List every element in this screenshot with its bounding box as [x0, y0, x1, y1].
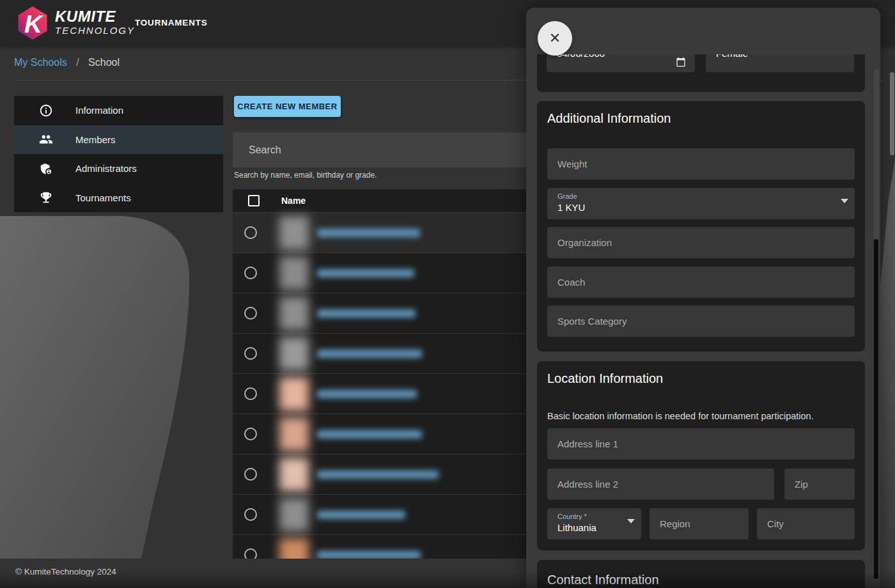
member-select-radio[interactable] — [244, 387, 257, 400]
member-avatar — [279, 297, 309, 330]
breadcrumb-current: School — [88, 57, 120, 68]
sidebar-label: Information — [75, 105, 123, 116]
drawer-scrollbar-thumb[interactable] — [874, 239, 878, 579]
zip-input[interactable] — [784, 468, 855, 500]
calendar-icon[interactable] — [676, 57, 686, 67]
country-select[interactable]: Country * Lithuania — [547, 508, 641, 539]
sidebar-item-tournaments[interactable]: Tournaments — [14, 183, 223, 213]
chevron-down-icon — [627, 519, 635, 523]
member-name-link[interactable] — [317, 430, 422, 438]
sidebar-item-information[interactable]: Information — [14, 96, 223, 125]
personal-info-card-partial: 04/06/2000 Female — [537, 54, 865, 92]
sidebar-item-administrators[interactable]: Administrators — [14, 154, 223, 183]
members-icon — [39, 132, 53, 146]
member-name-link[interactable] — [317, 511, 405, 519]
location-information-card: Location Information Basic location info… — [537, 361, 865, 550]
sidebar-item-members[interactable]: Members — [14, 125, 223, 155]
left-background-shape — [0, 211, 205, 561]
additional-information-card: Additional Information Grade 1 KYU — [537, 101, 865, 352]
date-of-birth-value: 04/06/2000 — [557, 54, 605, 59]
member-select-radio[interactable] — [244, 347, 257, 360]
location-description: Basic location information is needed for… — [547, 411, 814, 421]
city-input[interactable] — [757, 508, 855, 539]
copyright-text: © KumiteTechnology 2024 — [15, 567, 116, 576]
country-value: Lithuania — [557, 522, 596, 533]
member-avatar — [279, 216, 309, 250]
create-new-member-button[interactable]: CREATE NEW MEMBER — [234, 96, 341, 117]
address-line-1-input[interactable] — [547, 428, 855, 460]
sidebar-label: Tournaments — [75, 192, 131, 203]
grade-value: 1 KYU — [557, 202, 585, 213]
close-drawer-button[interactable]: ✕ — [538, 21, 572, 56]
info-icon — [39, 104, 53, 118]
member-select-radio[interactable] — [244, 267, 257, 279]
contact-information-card: Contact Information — [537, 560, 865, 588]
brand-line1: KUMITE — [55, 8, 135, 25]
grade-select[interactable]: Grade 1 KYU — [547, 188, 855, 219]
member-name-link[interactable] — [317, 269, 414, 277]
member-name-link[interactable] — [317, 350, 422, 358]
member-select-radio[interactable] — [244, 307, 257, 320]
date-of-birth-field[interactable]: 04/06/2000 — [547, 54, 695, 72]
member-select-radio[interactable] — [244, 226, 257, 239]
kumite-logo-icon[interactable]: K — [15, 6, 50, 40]
member-edit-drawer: ✕ 04/06/2000 Female Additional Informati… — [526, 8, 880, 588]
country-label: Country * — [557, 513, 587, 520]
chevron-down-icon — [841, 199, 848, 203]
member-avatar — [279, 377, 309, 411]
breadcrumb-my-schools[interactable]: My Schools — [14, 57, 67, 68]
close-icon: ✕ — [549, 30, 561, 46]
admin-shield-icon — [39, 162, 53, 176]
member-name-link[interactable] — [317, 309, 416, 318]
trophy-icon — [39, 190, 53, 205]
member-name-link[interactable] — [317, 470, 439, 479]
member-avatar — [279, 256, 309, 290]
search-helper-text: Search by name, email, birthday or grade… — [234, 171, 377, 180]
school-sidebar: Information Members Administrators Tourn… — [14, 96, 223, 212]
member-avatar — [279, 417, 309, 451]
member-avatar — [279, 498, 309, 532]
organization-input[interactable] — [547, 227, 855, 258]
coach-input[interactable] — [547, 267, 855, 298]
grade-label: Grade — [557, 192, 577, 200]
svg-text:K: K — [24, 10, 44, 38]
member-select-radio[interactable] — [244, 508, 257, 521]
member-avatar — [279, 538, 309, 559]
member-avatar — [279, 458, 309, 491]
name-column-header: Name — [281, 196, 306, 206]
nav-tournaments[interactable]: TOURNAMENTS — [135, 18, 208, 27]
brand-line2: TECHNOLOGY — [55, 25, 135, 36]
sports-category-input[interactable] — [547, 306, 855, 337]
gender-value: Female — [716, 54, 748, 59]
member-select-radio[interactable] — [244, 468, 257, 481]
location-information-title: Location Information — [547, 371, 663, 386]
contact-information-title: Contact Information — [547, 573, 659, 587]
region-input[interactable] — [650, 508, 749, 539]
additional-information-title: Additional Information — [547, 111, 671, 126]
sidebar-label: Members — [75, 134, 116, 145]
app-root: K KUMITE TECHNOLOGY TOURNAMENTS My Schoo… — [0, 0, 895, 588]
sidebar-label: Administrators — [75, 163, 137, 174]
address-line-2-input[interactable] — [547, 468, 774, 500]
gender-field[interactable]: Female — [706, 54, 854, 72]
brand-wordmark: KUMITE TECHNOLOGY — [55, 8, 135, 36]
member-select-radio[interactable] — [244, 548, 257, 559]
breadcrumb: My Schools / School — [14, 57, 120, 68]
weight-input[interactable] — [547, 148, 855, 180]
select-all-checkbox[interactable] — [248, 195, 260, 206]
member-select-radio[interactable] — [244, 428, 257, 440]
browser-scrollbar-thumb[interactable] — [890, 72, 894, 155]
member-name-link[interactable] — [317, 551, 421, 559]
member-name-link[interactable] — [317, 229, 420, 237]
member-name-link[interactable] — [317, 390, 417, 398]
breadcrumb-separator: / — [76, 57, 79, 68]
member-avatar — [279, 337, 309, 371]
